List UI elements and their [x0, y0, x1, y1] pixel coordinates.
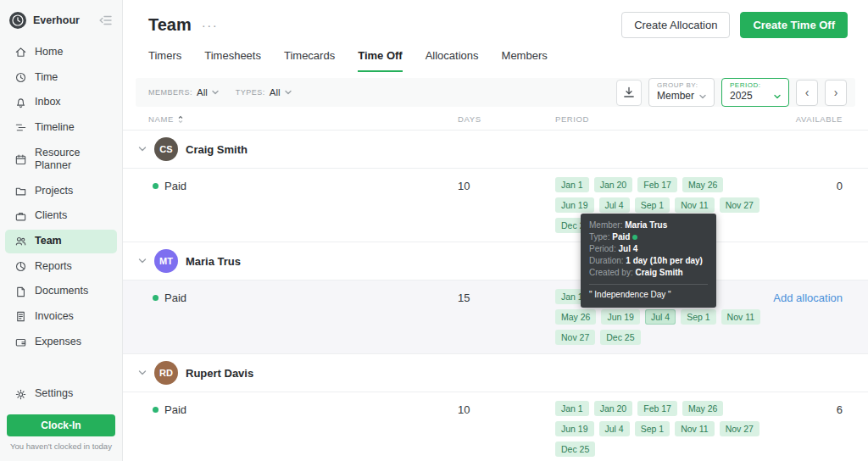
period-chip[interactable]: May 26 — [555, 309, 596, 325]
tab-time-off[interactable]: Time Off — [358, 49, 403, 72]
members-filter[interactable]: MEMBERS: All — [148, 87, 219, 97]
clock-in-button[interactable]: Clock-In — [7, 414, 115, 436]
avatar: MT — [154, 249, 178, 273]
group-by-value: Member — [657, 90, 694, 103]
sidebar-item-home[interactable]: Home — [5, 41, 117, 64]
period-chip-hovered[interactable]: Jul 4 — [645, 309, 676, 325]
collapse-group-icon[interactable] — [138, 258, 147, 264]
chevron-down-icon — [285, 90, 292, 95]
sidebar-item-settings[interactable]: Settings — [5, 382, 117, 406]
member-group-header: MT Maria Trus — [123, 242, 868, 280]
period-chip[interactable]: Jan 1 — [555, 177, 589, 192]
chevron-down-icon — [774, 94, 781, 99]
tooltip-type-label: Type: — [589, 232, 609, 242]
available-value: 0 — [763, 177, 843, 192]
tooltip-duration-label: Duration: — [589, 256, 624, 265]
create-time-off-button[interactable]: Create Time Off — [740, 12, 848, 38]
period-chips: Jan 1 Jan 20 Feb 17 May 26 Jun 19 Jul 4 … — [555, 401, 763, 457]
period-chip[interactable]: Nov 27 — [720, 421, 760, 436]
tab-timers[interactable]: Timers — [148, 49, 181, 72]
filter-bar: MEMBERS: All TYPES: All GROUP BY: Member… — [136, 78, 855, 107]
period-chip[interactable]: Jun 19 — [601, 309, 640, 325]
header-actions: Create Allocation Create Time Off — [621, 12, 848, 38]
download-icon — [622, 86, 636, 99]
sidebar-item-invoices[interactable]: Invoices — [5, 305, 117, 329]
period-chip[interactable]: Sep 1 — [635, 421, 670, 436]
member-group-header: CS Craig Smith — [123, 131, 868, 169]
period-chip[interactable]: Jul 4 — [599, 421, 630, 436]
next-period-button[interactable]: › — [825, 80, 847, 106]
type-dot-icon — [153, 407, 159, 413]
types-filter-label: TYPES: — [236, 88, 265, 97]
create-allocation-button[interactable]: Create Allocation — [621, 12, 730, 38]
previous-period-button[interactable]: ‹ — [796, 80, 818, 106]
period-select[interactable]: PERIOD: 2025 — [721, 78, 789, 107]
wallet-icon — [14, 336, 27, 348]
tooltip-duration-line: Duration: 1 day (10h per day) — [589, 255, 708, 267]
period-chip[interactable]: Jun 19 — [555, 197, 594, 213]
types-filter[interactable]: TYPES: All — [236, 87, 292, 97]
time-off-row: Paid 10 Jan 1 Jan 20 Feb 17 May 26 Jun 1… — [123, 169, 868, 242]
tab-allocations[interactable]: Allocations — [426, 49, 479, 72]
collapse-group-icon[interactable] — [138, 146, 147, 153]
sidebar-item-clients[interactable]: Clients — [5, 204, 117, 228]
resource-planner-icon — [14, 153, 27, 166]
tab-bar: Timers Timesheets Timecards Time Off All… — [123, 38, 868, 72]
sidebar-item-expenses[interactable]: Expenses — [5, 330, 117, 354]
projects-icon — [14, 185, 27, 197]
avatar: CS — [154, 137, 178, 161]
download-button[interactable] — [616, 80, 642, 106]
sidebar-item-label: Inbox — [35, 96, 61, 109]
sidebar-item-timeline[interactable]: Timeline — [5, 116, 117, 140]
period-chip[interactable]: Nov 11 — [721, 309, 761, 325]
sidebar-item-resource-planner[interactable]: Resource Planner — [5, 142, 117, 178]
tooltip-type-value: Paid — [612, 232, 630, 242]
sidebar-item-inbox[interactable]: Inbox — [5, 91, 117, 114]
sidebar-item-time[interactable]: Time — [5, 66, 117, 90]
members-filter-value: All — [197, 87, 208, 97]
sidebar-footer: Settings Clock-In You haven't clocked in… — [0, 381, 122, 451]
period-chip[interactable]: Jul 4 — [599, 197, 630, 213]
days-value: 10 — [458, 401, 555, 416]
tab-members[interactable]: Members — [502, 49, 548, 72]
table-header-row: NAME DAYS PERIOD AVAILABLE — [123, 107, 868, 131]
period-chip[interactable]: Sep 1 — [681, 309, 715, 325]
tooltip-created-by-label: Created by: — [589, 268, 633, 277]
more-options-icon[interactable]: ··· — [202, 18, 219, 32]
period-chip[interactable]: Feb 17 — [637, 401, 677, 416]
period-chip[interactable]: Jan 20 — [594, 177, 633, 192]
group-by-select[interactable]: GROUP BY: Member — [648, 78, 715, 107]
period-chip[interactable]: Jan 20 — [594, 401, 633, 416]
tab-timecards[interactable]: Timecards — [284, 49, 335, 72]
sidebar-item-documents[interactable]: Documents — [5, 280, 117, 303]
period-value: 2025 — [730, 90, 753, 103]
collapse-group-icon[interactable] — [138, 369, 147, 376]
time-off-row: Paid 10 Jan 1 Jan 20 Feb 17 May 26 Jun 1… — [123, 392, 868, 461]
period-chip[interactable]: Dec 25 — [555, 442, 595, 457]
column-header-name[interactable]: NAME — [148, 114, 458, 124]
period-chip[interactable]: Jun 19 — [555, 421, 594, 436]
time-off-tooltip: Member: Maria Trus Type: Paid Period: Ju… — [581, 214, 716, 308]
period-chip[interactable]: Nov 27 — [555, 330, 595, 345]
period-chip[interactable]: May 26 — [682, 401, 723, 416]
tooltip-period-label: Period: — [589, 244, 616, 253]
sidebar-item-team[interactable]: Team — [5, 230, 117, 253]
sidebar-item-projects[interactable]: Projects — [5, 180, 117, 203]
period-chip[interactable]: Jan 1 — [555, 401, 589, 416]
period-chip[interactable]: Dec 25 — [600, 330, 640, 345]
group-by-label: GROUP BY: — [657, 81, 706, 90]
period-chip[interactable]: Nov 11 — [675, 421, 715, 436]
type-dot-icon — [153, 183, 159, 189]
tab-timesheets[interactable]: Timesheets — [204, 49, 261, 72]
period-chip[interactable]: Feb 17 — [637, 177, 677, 192]
collapse-sidebar-icon[interactable] — [97, 14, 114, 27]
tooltip-member-line: Member: Maria Trus — [589, 219, 708, 231]
period-chip[interactable]: Nov 27 — [720, 197, 760, 213]
period-chip[interactable]: Sep 1 — [635, 197, 670, 213]
sidebar-item-label: Time — [35, 71, 58, 85]
sort-icon — [177, 115, 184, 124]
add-allocation-link[interactable]: Add allocation — [773, 292, 843, 304]
period-chip[interactable]: May 26 — [682, 177, 723, 192]
sidebar-item-reports[interactable]: Reports — [5, 255, 117, 279]
period-chip[interactable]: Nov 11 — [675, 197, 715, 213]
